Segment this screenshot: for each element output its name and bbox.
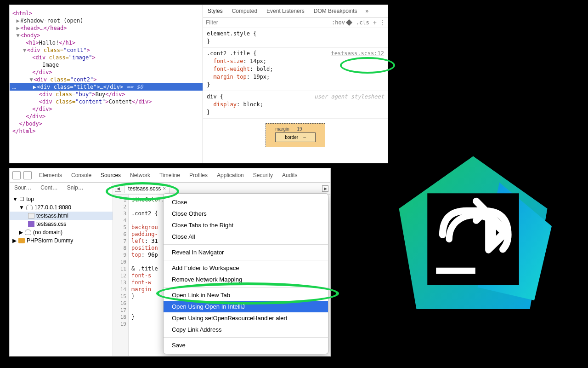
tree-top[interactable]: ▼ ☐top [10,195,113,203]
annotation-circle-source-link [340,57,395,74]
menu-item[interactable]: Close Others [164,208,328,219]
tab-event-listeners[interactable]: Event Listeners [262,5,309,17]
inspect-icon[interactable] [12,171,21,179]
dom-node[interactable]: </div> [32,69,52,75]
sources-navigator: Sour… Cont… Snip… ▼ ☐top ▼127.0.0.1:8080… [10,183,113,356]
devtools-main-tabs: Elements Console Sources Network Timelin… [10,168,330,183]
box-model: margin 19 border – [266,123,325,147]
menu-item[interactable]: Reveal in Navigator [164,247,328,258]
dom-text: Image [42,62,59,68]
cls-toggle[interactable]: .cls [356,19,369,26]
file-icon [28,213,34,218]
styles-menu-icon[interactable]: ⋮ [379,19,385,26]
cloud-icon [25,230,31,235]
dom-node[interactable]: </html> [12,128,36,134]
tab-console[interactable]: Console [67,170,96,180]
devtools-elements-panel: <html> ▶#shadow-root (open) ▶<head>…</he… [9,5,388,163]
cloud-icon [26,205,33,210]
context-menu: CloseClose OthersClose Tabs to the Right… [163,193,328,354]
folder-icon [18,238,25,243]
tree-phpstorm-dummy[interactable]: ▶PHPStorm Dummy [10,236,113,245]
color-format-icon[interactable] [346,19,352,26]
rule-div-uas: user agent stylesheet div { display: blo… [203,91,388,119]
dom-node[interactable]: <head>…</head> [20,25,67,31]
tab-sources[interactable]: Sources [96,170,125,180]
svg-rect-3 [436,268,475,274]
dom-node[interactable]: #shadow-root (open) [20,17,83,24]
open-in-intellij-logo [386,152,560,327]
tab-timeline[interactable]: Timeline [155,170,185,180]
menu-item[interactable]: Close Tabs to the Right [164,219,328,231]
tree-host[interactable]: ▼127.0.0.1:8080 [10,203,113,212]
nav-tab-snippets[interactable]: Snip… [62,183,88,193]
menu-item[interactable]: Save [164,339,328,351]
new-rule-button[interactable]: + [373,19,377,26]
dom-node-selected[interactable]: … ▶<div class="title">…</div> == $0 [10,83,203,91]
tree-file-css[interactable]: testsass.css [10,220,113,228]
tab-audits[interactable]: Audits [277,170,302,180]
user-agent-label: user agent stylesheet [314,93,384,101]
styles-filter-input[interactable]: Filter [206,19,218,26]
nav-tab-content[interactable]: Cont… [36,183,62,193]
tab-computed[interactable]: Computed [227,5,262,17]
dom-tree[interactable]: <html> ▶#shadow-root (open) ▶<head>…</he… [10,5,203,163]
menu-item[interactable]: Close [164,196,328,208]
tab-profiles[interactable]: Profiles [185,170,212,180]
annotation-circle-open-intellij [156,282,339,305]
rule-element-style[interactable]: element.style { } [203,28,388,48]
dom-node[interactable]: <html> [12,10,32,17]
menu-item[interactable]: Open Using setOpenResourceHandler alert [164,312,328,324]
menu-item[interactable]: Copy Link Address [164,324,328,335]
tabs-overflow-icon[interactable]: » [362,5,372,17]
tab-styles[interactable]: Styles [203,5,227,17]
menu-item[interactable]: Close All [164,231,328,242]
dom-node[interactable]: <body> [20,32,40,39]
dom-node[interactable]: </div> [32,106,52,112]
nav-fwd-icon[interactable]: ▶ [322,185,328,192]
line-gutter: 12345678910111213141516171819 [113,195,129,356]
nav-tab-sources[interactable]: Sour… [10,183,36,193]
tab-security[interactable]: Security [249,170,277,180]
source-link[interactable]: testsass.scss:12 [331,50,384,58]
tab-application[interactable]: Application [212,170,249,180]
dom-node[interactable]: </body> [19,121,42,127]
dom-node[interactable]: </div> [26,113,45,120]
styles-pane: Styles Computed Event Listeners DOM Brea… [203,5,388,163]
menu-item[interactable]: Add Folder to Workspace [164,262,328,274]
device-icon[interactable] [23,171,32,179]
tree-file-html[interactable]: testsass.html [10,212,113,220]
file-icon [28,221,34,227]
tree-nodomain[interactable]: ▶(no domain) [10,228,113,236]
tab-network[interactable]: Network [125,170,155,180]
hov-toggle[interactable]: :hov [332,19,345,26]
tab-elements[interactable]: Elements [34,170,67,180]
styles-tabs: Styles Computed Event Listeners DOM Brea… [203,5,388,17]
tab-dom-breakpoints[interactable]: DOM Breakpoints [309,5,362,17]
annotation-circle-filetab [106,182,179,201]
